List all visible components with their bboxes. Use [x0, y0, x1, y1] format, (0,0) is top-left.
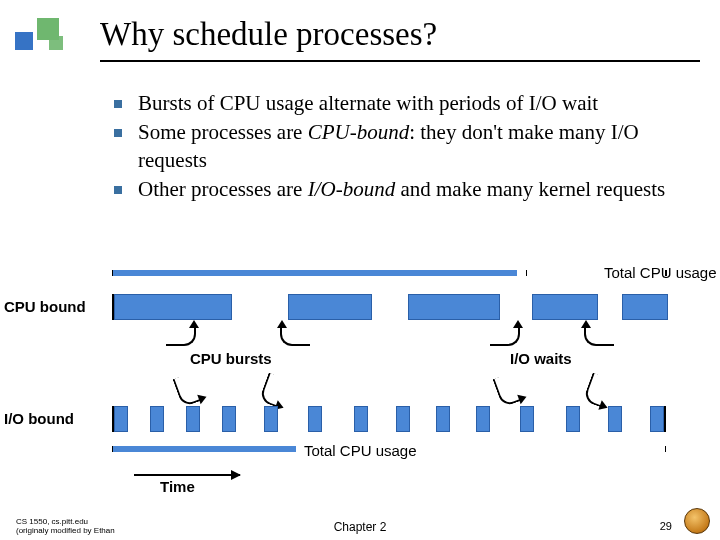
bullet-list: Bursts of CPU usage alternate with perio…: [104, 90, 684, 205]
io-burst: [264, 406, 278, 432]
io-waits-label: I/O waits: [510, 350, 572, 367]
io-burst: [396, 406, 410, 432]
io-burst: [222, 406, 236, 432]
bullet-1: Bursts of CPU usage alternate with perio…: [104, 90, 684, 117]
cpu-bound-row-label: CPU bound: [4, 298, 86, 315]
io-burst: [354, 406, 368, 432]
io-burst: [566, 406, 580, 432]
footer-attribution: CS 1550, cs.pitt.edu (originaly modified…: [16, 518, 115, 536]
bullet-3-em: I/O-bound: [308, 177, 396, 201]
iowait-arrow-1: [490, 326, 520, 346]
io-bound-usage-fill: [113, 446, 296, 452]
diagram-stage: Total CPU usage CPU bound CPU bursts I/O…: [0, 270, 720, 510]
cpu-bursts-label: CPU bursts: [190, 350, 272, 367]
down-arrow-3: [492, 372, 521, 407]
bullet-3-post: and make many kernel requests: [395, 177, 665, 201]
time-label: Time: [160, 478, 195, 495]
slide-title: Why schedule processes?: [100, 16, 437, 53]
io-burst: [608, 406, 622, 432]
burst-arrow-1: [166, 326, 196, 346]
io-burst: [114, 406, 128, 432]
cpu-burst: [532, 294, 598, 320]
down-arrow-1: [172, 372, 201, 407]
burst-arrow-2: [280, 326, 310, 346]
down-arrow-2: [258, 372, 287, 407]
io-burst: [650, 406, 664, 432]
time-axis: [134, 474, 240, 476]
bullet-2-pre: Some processes are: [138, 120, 308, 144]
bullet-2: Some processes are CPU-bound: they don't…: [104, 119, 684, 174]
cpu-burst: [622, 294, 668, 320]
cpu-bound-usage-track: [112, 270, 666, 276]
io-bound-row-label: I/O bound: [4, 410, 74, 427]
io-burst: [436, 406, 450, 432]
cpu-bound-track: [112, 294, 666, 320]
cpu-burst: [288, 294, 372, 320]
seal-icon: [684, 508, 710, 534]
bullet-2-em: CPU-bound: [308, 120, 410, 144]
cpu-bound-usage-fill: [113, 270, 517, 276]
total-cpu-usage-label-bottom: Total CPU usage: [304, 442, 417, 459]
title-underline: [100, 60, 700, 62]
footer-line2: (originaly modified by Ethan: [16, 527, 115, 536]
io-burst: [150, 406, 164, 432]
corner-decoration: [15, 18, 71, 54]
bullet-3-pre: Other processes are: [138, 177, 308, 201]
iowait-arrow-2: [584, 326, 614, 346]
bullet-3: Other processes are I/O-bound and make m…: [104, 176, 684, 203]
cpu-burst: [408, 294, 500, 320]
io-burst: [520, 406, 534, 432]
io-bound-track: [112, 406, 666, 432]
io-burst: [476, 406, 490, 432]
io-burst: [308, 406, 322, 432]
footer-chapter: Chapter 2: [334, 520, 387, 534]
cpu-burst: [114, 294, 232, 320]
down-arrow-4: [582, 372, 611, 407]
io-burst: [186, 406, 200, 432]
total-cpu-usage-label-top: Total CPU usage: [604, 264, 717, 281]
bullet-1-text: Bursts of CPU usage alternate with perio…: [138, 91, 598, 115]
page-number: 29: [660, 520, 672, 532]
